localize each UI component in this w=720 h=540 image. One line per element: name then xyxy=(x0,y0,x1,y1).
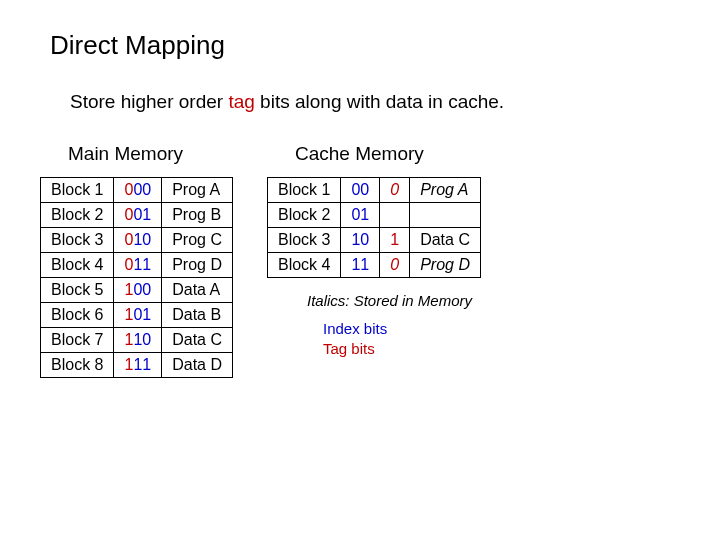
index-cell: 11 xyxy=(341,253,380,278)
cache-memory-table: Block 1000Prog ABlock 201 Block 3101Data… xyxy=(267,177,481,278)
content-cell: Prog A xyxy=(162,178,233,203)
block-cell: Block 3 xyxy=(267,228,340,253)
table-row: Block 201 xyxy=(267,203,480,228)
address-cell: 110 xyxy=(114,328,162,353)
index-cell: 01 xyxy=(341,203,380,228)
table-row: Block 7110Data C xyxy=(41,328,233,353)
content-cell xyxy=(410,203,481,228)
block-cell: Block 5 xyxy=(41,278,114,303)
tag-cell: 0 xyxy=(380,253,410,278)
content-cell: Data D xyxy=(162,353,233,378)
block-cell: Block 7 xyxy=(41,328,114,353)
tag-cell: 0 xyxy=(380,178,410,203)
table-row: Block 4110Prog D xyxy=(267,253,480,278)
italics-note: Italics: Stored in Memory xyxy=(307,292,481,309)
block-cell: Block 8 xyxy=(41,353,114,378)
subtitle-post: bits along with data in cache. xyxy=(255,91,504,112)
subtitle: Store higher order tag bits along with d… xyxy=(70,91,680,113)
block-cell: Block 6 xyxy=(41,303,114,328)
main-memory-section: Main Memory Block 1000Prog ABlock 2001Pr… xyxy=(40,143,233,378)
block-cell: Block 4 xyxy=(267,253,340,278)
block-cell: Block 2 xyxy=(41,203,114,228)
index-cell: 10 xyxy=(341,228,380,253)
table-row: Block 1000Prog A xyxy=(41,178,233,203)
main-memory-title: Main Memory xyxy=(68,143,233,165)
content-cell: Prog D xyxy=(162,253,233,278)
block-cell: Block 3 xyxy=(41,228,114,253)
table-row: Block 1000Prog A xyxy=(267,178,480,203)
block-cell: Block 2 xyxy=(267,203,340,228)
address-cell: 010 xyxy=(114,228,162,253)
index-cell: 00 xyxy=(341,178,380,203)
block-cell: Block 1 xyxy=(41,178,114,203)
table-row: Block 2001Prog B xyxy=(41,203,233,228)
address-cell: 000 xyxy=(114,178,162,203)
legend-tag: Tag bits xyxy=(323,339,481,359)
content-cell: Prog A xyxy=(410,178,481,203)
page-title: Direct Mapping xyxy=(50,30,680,61)
cache-memory-section: Cache Memory Block 1000Prog ABlock 201 B… xyxy=(267,143,481,358)
content-cell: Prog B xyxy=(162,203,233,228)
table-row: Block 3010Prog C xyxy=(41,228,233,253)
tag-cell xyxy=(380,203,410,228)
content-cell: Data C xyxy=(162,328,233,353)
address-cell: 101 xyxy=(114,303,162,328)
block-cell: Block 1 xyxy=(267,178,340,203)
subtitle-tag-word: tag xyxy=(228,91,254,112)
address-cell: 001 xyxy=(114,203,162,228)
content-cell: Prog D xyxy=(410,253,481,278)
address-cell: 111 xyxy=(114,353,162,378)
address-cell: 011 xyxy=(114,253,162,278)
content-cell: Prog C xyxy=(162,228,233,253)
subtitle-pre: Store higher order xyxy=(70,91,228,112)
cache-memory-title: Cache Memory xyxy=(295,143,481,165)
content-cell: Data C xyxy=(410,228,481,253)
table-row: Block 8111Data D xyxy=(41,353,233,378)
table-row: Block 3101Data C xyxy=(267,228,480,253)
table-row: Block 4011Prog D xyxy=(41,253,233,278)
legend-index: Index bits xyxy=(323,319,481,339)
legend: Index bits Tag bits xyxy=(323,319,481,358)
block-cell: Block 4 xyxy=(41,253,114,278)
tag-cell: 1 xyxy=(380,228,410,253)
address-cell: 100 xyxy=(114,278,162,303)
table-row: Block 6101Data B xyxy=(41,303,233,328)
content-cell: Data B xyxy=(162,303,233,328)
table-row: Block 5100Data A xyxy=(41,278,233,303)
main-memory-table: Block 1000Prog ABlock 2001Prog BBlock 30… xyxy=(40,177,233,378)
content-cell: Data A xyxy=(162,278,233,303)
